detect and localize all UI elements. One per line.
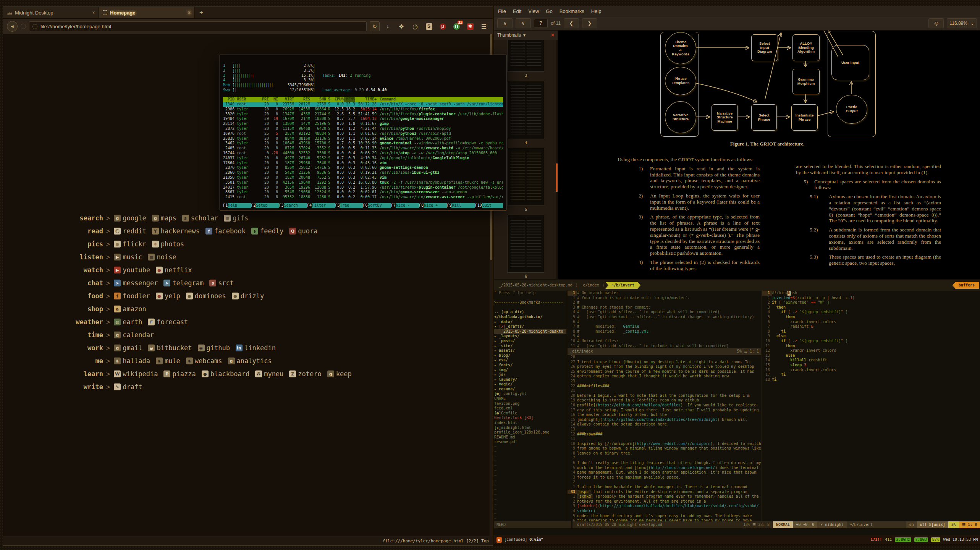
fkey-f5[interactable]: F5Tree [335,203,363,208]
sidebar-scrollbar[interactable] [556,40,558,279]
tab-midnight-desktop[interactable]: Midnight Desktopx [3,7,99,18]
tree-line[interactable]: ▸ _layouts/ [494,334,566,339]
homepage-link-earth[interactable]: ◍earth [114,318,142,326]
homepage-link-google[interactable]: ggoogle [114,214,146,222]
homepage-link-messenger[interactable]: ➤messenger [114,279,158,287]
homepage-link-noise[interactable]: ▦noise [148,253,176,261]
tree-line[interactable]: [★]midnight.html [494,425,566,430]
new-tab-button[interactable]: + [195,7,208,18]
process-row[interactable]: 16744root0-2044800325323508S0.00.40:08.2… [223,151,503,156]
url-bar[interactable]: file:///home/tyler/homepage.html [29,21,367,31]
homepage-link-photos[interactable]: ❖photos [152,240,184,248]
process-row[interactable]: 3462tyler2001064M4396815700S0.70.510:36.… [223,141,503,146]
fkey-f9[interactable]: F9Kill [447,203,475,208]
homepage-link-blackboard[interactable]: ●blackboard [202,370,249,378]
column-header-pid[interactable]: PID [223,97,234,102]
column-header-command[interactable]: Command [377,97,503,102]
tree-line[interactable]: ▸ assets/ [494,348,566,353]
homepage-link-keep[interactable]: gkeep [327,370,352,378]
column-header-time[interactable]: TIME+ [355,97,377,102]
tab-homepage[interactable]: Homepagex [99,7,195,18]
buffer-tab[interactable]: .g/index [579,282,602,289]
process-row[interactable]: 16976root255287M9219248884S0.01.10:01.63… [223,131,503,136]
fkey-f2[interactable]: F2Setup [251,203,279,208]
column-header-ni[interactable]: NI [269,97,278,102]
history-forward-button[interactable]: ❯ [582,18,597,28]
homepage-link-drizly[interactable]: ●drizly [232,292,264,300]
page-down-button[interactable]: ∨ [516,18,531,28]
homepage-link-draft[interactable]: ✎draft [114,383,142,391]
thumbnail-page-3[interactable]: 3 [508,40,544,78]
tree-line[interactable]: " Press ? for help [494,291,566,296]
tree-line[interactable] [494,305,566,310]
homepage-link-bitbucket[interactable]: ◒bitbucket [148,344,192,352]
close-tab-icon[interactable]: x [188,10,191,15]
tree-line[interactable]: ▸ css/ [494,358,566,363]
homepage-link-facebook[interactable]: ffacebook [205,227,246,235]
fkey-f4[interactable]: F4Filter [307,203,335,208]
menu-item-help[interactable]: Help [591,8,602,14]
homepage-link-hackernews[interactable]: Yhackernews [152,227,200,235]
process-row[interactable]: 24037tyler200497M267405252S0.70.34:10.34… [223,156,503,161]
homepage-link-srct[interactable]: ssrct [209,279,234,287]
process-row[interactable]: 2415root20095352188361280S0.00.20:00.17/… [223,195,503,200]
tree-line[interactable] [494,296,566,301]
homepage-link-calendar[interactable]: gcalendar [114,331,154,339]
process-row[interactable]: 2405root200872M370243552S0.00.50:11.33/u… [223,146,503,151]
tree-line[interactable]: </thallada.github.io/ [494,315,566,320]
fkey-f8[interactable]: F8Nice + [419,203,447,208]
menu-hamburger-icon[interactable]: ☰ [479,21,489,31]
homepage-link-hallada[interactable]: ♞hallada [114,357,150,365]
column-header-shr[interactable]: SHR [310,97,326,102]
homepage-link-gmail[interactable]: ggmail [114,344,142,352]
close-sidebar-icon[interactable]: ✕ [551,32,555,38]
fkey-f7[interactable]: F7Nice - [391,203,419,208]
homepage-link-amazon[interactable]: aamazon [114,305,146,313]
tree-line[interactable]: profile_icon_128x128.png [494,430,566,435]
thumbnail-page-5[interactable]: 5 [508,148,544,212]
homepage-link-foodler[interactable]: ffoodler [114,292,150,300]
buffer-tab[interactable]: _/2015-05-28-midnight-desktop.md [496,282,575,289]
tree-line[interactable]: ▸ resume/ [494,387,566,392]
fkey-f6[interactable]: F6SortBy [363,203,391,208]
page-number-input[interactable]: 7 [534,19,548,28]
homepage-link-flickr[interactable]: ●flickr [114,240,146,248]
column-header-res[interactable]: RES [294,97,310,102]
tree-line[interactable]: ▸ img/ [494,368,566,373]
umatrix-icon[interactable]: μ [438,21,448,31]
homepage-link-yelp[interactable]: ●yelp [156,292,180,300]
addon-puzzle-icon[interactable]: ❖ [396,21,406,31]
close-tab-icon[interactable]: x [92,10,95,15]
process-row[interactable]: 28114tyler2001380M147M25196S0.01.80:11.6… [223,121,503,126]
tree-line[interactable]: feed.xml [494,406,566,411]
homepage-link-feedly[interactable]: ◗feedly [251,227,283,235]
tree-line[interactable]: index.html [494,421,566,425]
tree-line[interactable]: >----------Bookmarks---------- [494,300,566,305]
column-header-mem[interactable]: MEM% [344,97,355,102]
menu-item-file[interactable]: File [498,8,506,14]
tree-line[interactable]: ▸ magic/ [494,382,566,387]
homepage-link-piazza[interactable]: Ppiazza [163,370,196,378]
homepage-link-quora[interactable]: Qquora [289,227,317,235]
reload-button[interactable]: ↻ [370,21,380,31]
url-text[interactable]: file:///home/tyler/homepage.html [40,24,111,29]
select-tool-icon[interactable]: ◎ [928,18,944,28]
menu-item-edit[interactable]: Edit [513,8,521,14]
process-row[interactable]: 1340root2002375M2012M275MS0.025.358:12.2… [223,102,503,107]
column-header-s[interactable]: S [326,97,332,102]
tree-line[interactable]: [●]_config.yml [494,391,566,396]
tree-line[interactable]: ▸ _data/ [494,320,566,325]
homepage-link-webcams[interactable]: ♞webcams [186,357,222,365]
chevron-down-icon[interactable]: ▾ [523,32,526,38]
menu-item-bookmarks[interactable]: Bookmarks [560,8,584,14]
tree-line[interactable]: ▸ blog/ [494,353,566,358]
homepage-link-reddit[interactable]: ☺reddit [114,227,146,235]
homepage-link-mule[interactable]: ♞mule [156,357,180,365]
homepage-link-forecast[interactable]: Fforecast [148,318,188,326]
tree-line[interactable]: ▸ fonts/ [494,363,566,368]
tree-line[interactable]: .. (up a dir) [494,310,566,315]
process-row[interactable]: 8667tyler200554M1906012524S0.00.20:02.01… [223,190,503,195]
column-header-pri[interactable]: PRI [260,97,269,102]
process-row[interactable]: 2870tyler200856M2501214716S0.00.30:03.60… [223,165,503,170]
menu-item-view[interactable]: View [528,8,539,14]
